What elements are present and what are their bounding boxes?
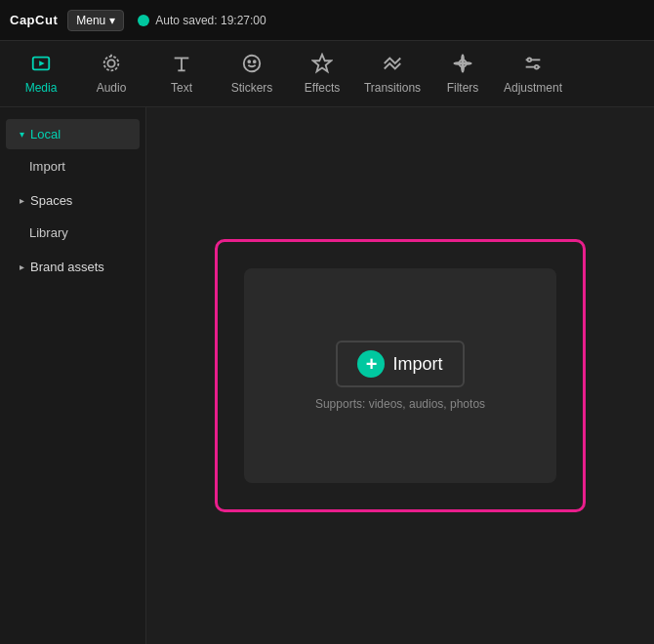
sidebar-item-brand-assets[interactable]: ▸ Brand assets — [6, 252, 140, 282]
menu-button[interactable]: Menu ▾ — [67, 10, 124, 31]
tab-effects-label: Effects — [305, 81, 340, 95]
transitions-icon — [382, 53, 403, 77]
sidebar-local-section: ▾ Local Import — [0, 119, 145, 181]
sidebar-item-library[interactable]: Library — [6, 218, 140, 248]
import-button[interactable]: + Import — [336, 341, 464, 387]
top-bar: CapCut Menu ▾ Auto saved: 19:27:00 — [0, 0, 654, 41]
tab-filters[interactable]: Filters — [428, 44, 498, 104]
tab-stickers-label: Stickers — [231, 81, 273, 95]
stickers-icon — [241, 53, 263, 77]
svg-point-16 — [535, 65, 539, 69]
svg-point-10 — [254, 60, 256, 62]
audio-icon — [101, 53, 122, 77]
tab-stickers[interactable]: Stickers — [217, 44, 287, 104]
plus-circle-icon: + — [357, 350, 385, 378]
sidebar-local-label: Local — [30, 127, 61, 141]
sidebar-brand-assets-label: Brand assets — [30, 260, 104, 274]
svg-point-9 — [248, 60, 250, 62]
sidebar-item-local[interactable]: ▾ Local — [6, 119, 140, 149]
tab-transitions-label: Transitions — [364, 81, 421, 95]
import-subtitle: Supports: videos, audios, photos — [315, 397, 485, 411]
content-area: + Import Supports: videos, audios, photo… — [146, 107, 654, 644]
media-icon — [30, 53, 52, 77]
text-icon — [171, 53, 192, 77]
sidebar-item-import[interactable]: Import — [6, 151, 140, 181]
menu-label: Menu — [76, 14, 105, 27]
tab-media[interactable]: Media — [6, 44, 76, 104]
tab-adjustment[interactable]: Adjustment — [498, 44, 568, 104]
sidebar-library-label: Library — [29, 225, 68, 240]
spaces-arrow-icon: ▸ — [20, 195, 24, 206]
tab-text[interactable]: Text — [146, 44, 217, 104]
tab-audio[interactable]: Audio — [76, 44, 146, 104]
brand-assets-arrow-icon: ▸ — [20, 262, 24, 272]
svg-point-15 — [528, 59, 532, 62]
adjustment-icon — [522, 53, 544, 77]
toolbar: Media Audio Text — [0, 41, 654, 107]
svg-point-8 — [244, 56, 261, 72]
local-arrow-icon: ▾ — [20, 129, 24, 140]
sidebar: ▾ Local Import ▸ Spaces Library ▸ Brand … — [0, 107, 146, 644]
main-area: ▾ Local Import ▸ Spaces Library ▸ Brand … — [0, 107, 654, 644]
sidebar-import-label: Import — [29, 159, 65, 174]
tab-audio-label: Audio — [97, 81, 127, 95]
sidebar-spaces-label: Spaces — [30, 193, 72, 208]
tab-transitions[interactable]: Transitions — [357, 44, 428, 104]
sidebar-spaces-section: ▸ Spaces Library — [0, 185, 145, 248]
sidebar-brand-section: ▸ Brand assets — [0, 252, 145, 282]
import-button-label: Import — [392, 354, 442, 375]
tab-media-label: Media — [25, 81, 58, 95]
svg-marker-1 — [39, 60, 45, 66]
tab-text-label: Text — [171, 81, 192, 95]
auto-saved-text: Auto saved: 19:27:00 — [155, 14, 266, 27]
menu-arrow: ▾ — [109, 14, 115, 27]
app-logo: CapCut — [10, 13, 58, 27]
effects-icon — [311, 53, 333, 77]
auto-saved-dot-icon — [138, 15, 149, 26]
svg-marker-11 — [313, 55, 331, 71]
filters-icon — [452, 53, 473, 77]
tab-adjustment-label: Adjustment — [504, 81, 562, 95]
auto-saved-indicator: Auto saved: 19:27:00 — [138, 14, 266, 27]
svg-point-2 — [107, 60, 114, 66]
tab-effects[interactable]: Effects — [287, 44, 357, 104]
import-area: + Import Supports: videos, audios, photo… — [244, 268, 556, 483]
svg-point-3 — [104, 57, 119, 71]
drop-zone[interactable]: + Import Supports: videos, audios, photo… — [215, 239, 586, 512]
sidebar-item-spaces[interactable]: ▸ Spaces — [6, 185, 140, 216]
tab-filters-label: Filters — [447, 81, 479, 95]
